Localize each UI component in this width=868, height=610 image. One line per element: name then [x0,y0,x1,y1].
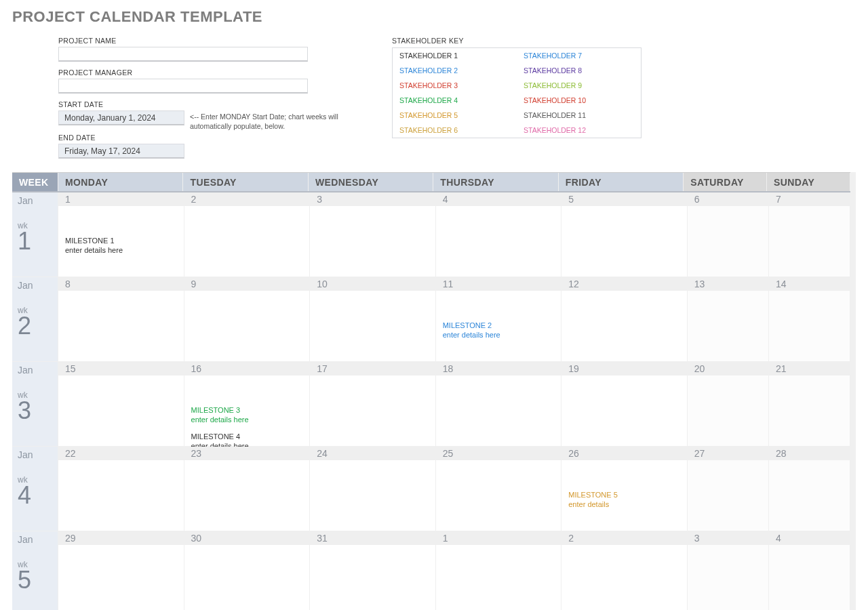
stakeholder-key-cell: STAKEHOLDER 12 [517,123,642,138]
end-date-input[interactable] [58,144,184,159]
calendar-day-cell[interactable]: 3 [688,531,769,610]
calendar-day-cell[interactable]: 10 [310,277,436,361]
calendar-day-cell[interactable]: 17 [310,362,436,446]
stakeholder-key-cell: STAKEHOLDER 1 [393,48,517,64]
day-number: 26 [561,447,687,460]
day-number: 22 [58,447,184,460]
week-month: Jan [18,365,58,375]
day-number: 29 [58,531,184,545]
stakeholder-key-cell: STAKEHOLDER 6 [393,123,517,138]
milestone-entry[interactable]: MILESTONE 1enter details here [65,236,180,256]
stakeholder-key-cell: STAKEHOLDER 7 [517,48,642,64]
milestone-entry[interactable]: MILESTONE 5enter details [568,490,683,510]
calendar-day-cell[interactable]: 1 [436,531,562,610]
calendar-day-cell[interactable]: 2 [561,531,688,610]
calendar-day-cell[interactable]: 19 [561,362,688,446]
day-number: 30 [184,531,310,545]
header-week: WEEK [12,173,58,191]
day-number: 10 [310,277,435,291]
week-month: Jan [18,195,58,206]
week-number: 2 [18,314,58,338]
calendar-header: WEEKMONDAYTUESDAYWEDNESDAYTHURSDAYFRIDAY… [12,172,850,192]
calendar-day-cell[interactable]: 25 [436,447,562,531]
milestone-entry[interactable]: MILESTONE 2enter details here [443,321,557,340]
stakeholder-key-label: STAKEHOLDER KEY [392,37,663,45]
calendar-day-cell[interactable]: 5 [561,192,688,277]
calendar-day-cell[interactable]: 22 [58,447,184,531]
day-number: 20 [688,362,768,375]
calendar-day-cell[interactable]: 27 [688,447,769,531]
header-day: THURSDAY [433,173,558,191]
stakeholder-key-cell: STAKEHOLDER 5 [393,108,517,123]
calendar-day-cell[interactable]: 21 [769,362,850,446]
milestone-subtext: enter details here [443,330,557,340]
calendar-week-row: Janwk42223242526MILESTONE 5enter details… [12,447,850,531]
day-number: 27 [688,447,768,460]
calendar-day-cell[interactable]: 12 [561,277,688,361]
calendar-day-cell[interactable]: 29 [58,531,184,610]
stakeholder-key-cell: STAKEHOLDER 8 [517,63,642,78]
calendar-day-cell[interactable]: 13 [688,277,769,361]
calendar-day-cell[interactable]: 26MILESTONE 5enter details [561,447,688,531]
milestone-entry[interactable]: MILESTONE 3enter details here [191,405,306,425]
day-number: 5 [561,192,687,206]
calendar-day-cell[interactable]: 14 [769,277,850,361]
calendar-week-row: Janwk2891011MILESTONE 2enter details her… [12,277,850,362]
milestone-title: MILESTONE 4 [191,432,306,441]
day-number: 25 [436,447,561,460]
stakeholder-key-cell: STAKEHOLDER 4 [393,93,517,108]
day-number: 4 [436,192,561,206]
day-number: 12 [561,277,687,291]
start-date-input[interactable] [58,110,184,125]
day-number: 28 [769,447,850,460]
milestone-title: MILESTONE 2 [443,321,557,330]
week-number: 1 [18,229,58,253]
week-strip: Janwk5 [12,531,58,610]
day-number: 1 [58,192,184,206]
week-number: 5 [18,568,58,592]
day-number: 15 [58,362,184,375]
day-number: 31 [310,531,435,545]
calendar-day-cell[interactable]: 6 [688,192,769,277]
calendar-day-cell[interactable]: 18 [436,362,562,446]
day-number: 24 [310,447,435,460]
calendar-day-cell[interactable]: 7 [769,192,850,277]
day-number: 3 [688,531,768,545]
day-number: 7 [769,192,850,206]
milestone-title: MILESTONE 3 [191,405,306,415]
calendar-day-cell[interactable]: 24 [310,447,436,531]
calendar-day-cell[interactable]: 4 [769,531,850,610]
header-day: TUESDAY [183,173,308,191]
calendar-day-cell[interactable]: 3 [310,192,436,277]
week-strip: Janwk2 [12,277,58,361]
day-number: 11 [436,277,561,291]
calendar-day-cell[interactable]: 15 [58,362,184,446]
stakeholder-key-cell: STAKEHOLDER 11 [517,108,642,123]
week-month: Jan [18,449,58,460]
calendar-day-cell[interactable]: 8 [58,277,184,361]
calendar-day-cell[interactable]: 31 [310,531,436,610]
week-number: 3 [18,399,58,423]
day-number: 23 [184,447,310,460]
calendar-day-cell[interactable]: 11MILESTONE 2enter details here [436,277,562,361]
header-day: MONDAY [58,173,183,191]
calendar-day-cell[interactable]: 2 [184,192,311,277]
calendar-day-cell[interactable]: 28 [769,447,850,531]
calendar-day-cell[interactable]: 30 [184,531,311,610]
day-number: 19 [561,362,687,375]
project-name-input[interactable] [58,47,308,62]
calendar-day-cell[interactable]: 20 [688,362,769,446]
day-number: 8 [58,277,184,291]
day-number: 2 [184,192,310,206]
project-manager-input[interactable] [58,79,308,94]
day-number: 14 [769,277,850,291]
stakeholder-key-cell: STAKEHOLDER 2 [393,63,517,78]
calendar-body: Janwk11MILESTONE 1enter details here2345… [12,192,850,610]
calendar-week-row: Janwk52930311234 [12,531,850,610]
calendar-day-cell[interactable]: 16MILESTONE 3enter details hereMILESTONE… [184,362,311,446]
calendar-day-cell[interactable]: 9 [184,277,311,361]
calendar-day-cell[interactable]: 1MILESTONE 1enter details here [58,192,184,277]
calendar-day-cell[interactable]: 23 [184,447,311,531]
milestone-subtext: enter details here [191,415,306,424]
calendar-day-cell[interactable]: 4 [436,192,562,277]
